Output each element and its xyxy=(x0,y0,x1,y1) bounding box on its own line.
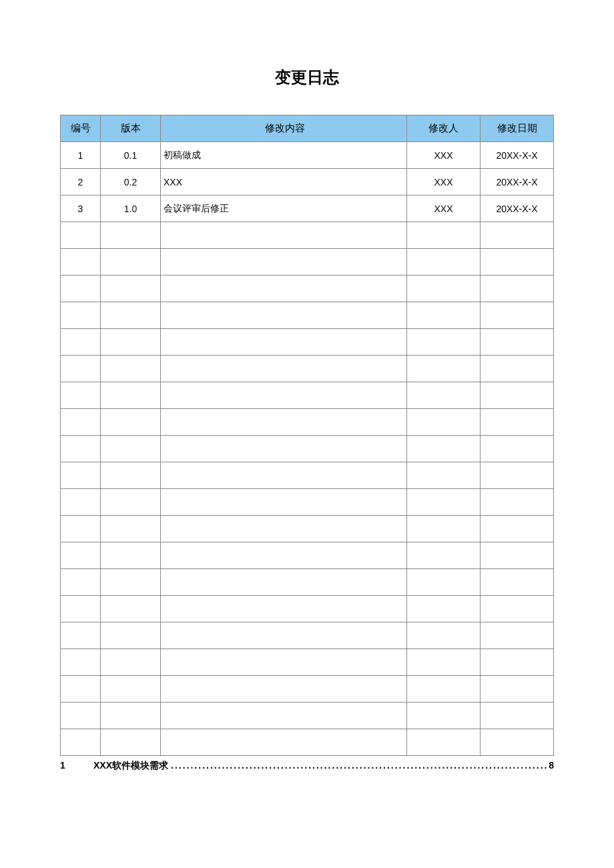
cell-modifier xyxy=(407,703,481,729)
cell-version xyxy=(101,462,161,489)
cell-version xyxy=(101,302,161,329)
cell-date xyxy=(481,516,554,542)
cell-date xyxy=(481,382,554,409)
cell-modifier xyxy=(407,276,481,302)
table-row: 31.0会议评审后修正XXX20XX-X-X xyxy=(61,195,554,222)
cell-modifier: XXX xyxy=(407,195,481,222)
cell-id xyxy=(61,382,101,409)
cell-content: 会议评审后修正 xyxy=(161,195,407,222)
table-row xyxy=(61,676,554,703)
cell-content xyxy=(161,729,407,756)
cell-date xyxy=(481,542,554,569)
cell-content: 初稿做成 xyxy=(161,142,407,169)
cell-modifier xyxy=(407,729,481,756)
cell-date xyxy=(481,302,554,329)
table-row xyxy=(61,542,554,569)
cell-date xyxy=(481,249,554,276)
header-version: 版本 xyxy=(101,115,161,142)
cell-content xyxy=(161,276,407,302)
table-row xyxy=(61,596,554,622)
table-row xyxy=(61,649,554,676)
table-row xyxy=(61,302,554,329)
cell-content xyxy=(161,249,407,276)
cell-version xyxy=(101,222,161,249)
cell-version xyxy=(101,356,161,382)
header-date: 修改日期 xyxy=(481,115,554,142)
cell-content xyxy=(161,516,407,542)
cell-content xyxy=(161,596,407,622)
cell-date xyxy=(481,596,554,622)
cell-id xyxy=(61,462,101,489)
cell-id xyxy=(61,542,101,569)
cell-content xyxy=(161,356,407,382)
cell-modifier xyxy=(407,542,481,569)
cell-modifier xyxy=(407,596,481,622)
cell-version xyxy=(101,542,161,569)
cell-modifier xyxy=(407,222,481,249)
cell-id xyxy=(61,569,101,596)
cell-modifier xyxy=(407,649,481,676)
table-row: 10.1初稿做成XXX20XX-X-X xyxy=(61,142,554,169)
cell-content xyxy=(161,649,407,676)
table-row xyxy=(61,703,554,729)
cell-date xyxy=(481,356,554,382)
cell-version xyxy=(101,382,161,409)
cell-date xyxy=(481,329,554,356)
cell-version: 1.0 xyxy=(101,195,161,222)
page-title: 变更日志 xyxy=(60,67,554,88)
cell-version: 0.2 xyxy=(101,169,161,195)
cell-content xyxy=(161,462,407,489)
cell-id xyxy=(61,249,101,276)
table-row xyxy=(61,489,554,516)
cell-content xyxy=(161,676,407,703)
cell-id xyxy=(61,729,101,756)
cell-version xyxy=(101,649,161,676)
toc-page: 8 xyxy=(549,760,554,771)
cell-modifier xyxy=(407,382,481,409)
cell-version xyxy=(101,489,161,516)
toc-text: XXX软件模块需求 xyxy=(93,760,168,772)
toc-entry: 1 XXX软件模块需求 8 xyxy=(60,760,554,772)
cell-version xyxy=(101,676,161,703)
cell-modifier: XXX xyxy=(407,142,481,169)
cell-id xyxy=(61,516,101,542)
cell-date xyxy=(481,276,554,302)
cell-id xyxy=(61,302,101,329)
cell-version: 0.1 xyxy=(101,142,161,169)
cell-date xyxy=(481,222,554,249)
table-row xyxy=(61,622,554,649)
table-row xyxy=(61,222,554,249)
cell-date: 20XX-X-X xyxy=(481,195,554,222)
cell-modifier xyxy=(407,489,481,516)
cell-modifier: XXX xyxy=(407,169,481,195)
cell-content xyxy=(161,436,407,462)
table-row xyxy=(61,569,554,596)
cell-content xyxy=(161,569,407,596)
cell-date xyxy=(481,436,554,462)
cell-date xyxy=(481,489,554,516)
cell-version xyxy=(101,569,161,596)
cell-modifier xyxy=(407,436,481,462)
cell-id xyxy=(61,489,101,516)
cell-modifier xyxy=(407,409,481,436)
cell-modifier xyxy=(407,569,481,596)
toc-number: 1 xyxy=(60,760,93,771)
cell-version xyxy=(101,249,161,276)
cell-id xyxy=(61,676,101,703)
cell-content xyxy=(161,302,407,329)
cell-id xyxy=(61,409,101,436)
cell-content xyxy=(161,382,407,409)
table-row xyxy=(61,382,554,409)
cell-modifier xyxy=(407,249,481,276)
cell-id xyxy=(61,276,101,302)
table-row xyxy=(61,249,554,276)
cell-version xyxy=(101,703,161,729)
cell-date xyxy=(481,462,554,489)
cell-version xyxy=(101,276,161,302)
cell-id xyxy=(61,596,101,622)
cell-modifier xyxy=(407,302,481,329)
cell-content xyxy=(161,542,407,569)
cell-modifier xyxy=(407,462,481,489)
cell-id: 1 xyxy=(61,142,101,169)
cell-content xyxy=(161,329,407,356)
